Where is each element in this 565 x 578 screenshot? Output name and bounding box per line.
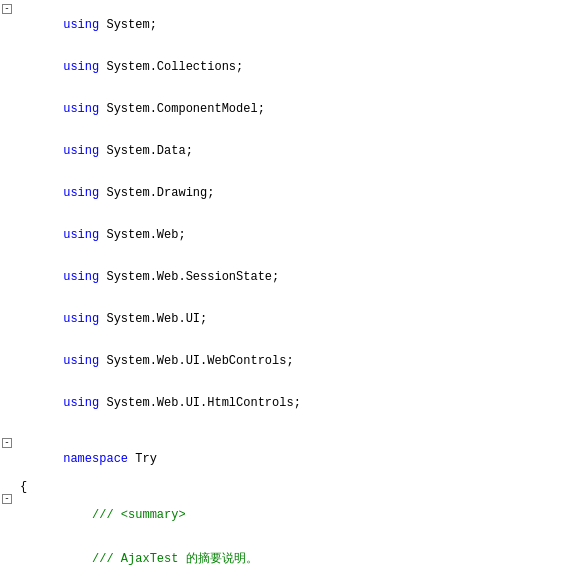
line-content-1: using System;: [18, 4, 563, 46]
line-summary-1: - /// <summary>: [0, 494, 565, 536]
collapse-namespace[interactable]: -: [2, 438, 12, 448]
comment-summary-open: /// <summary>: [92, 508, 186, 522]
keyword-using: using: [63, 18, 99, 32]
line-content-2: using System.Collections;: [18, 46, 563, 88]
line-blank-1: [0, 424, 565, 438]
line-namespace: - namespace Try: [0, 438, 565, 480]
keyword-using3: using: [63, 102, 99, 116]
line-content-6: using System.Web;: [18, 214, 563, 256]
line-9: using System.Web.UI.WebControls;: [0, 340, 565, 382]
line-content-namespace: namespace Try: [18, 438, 563, 480]
keyword-using9: using: [63, 354, 99, 368]
code-editor: - using System; using System.Collections…: [0, 0, 565, 578]
line-content-summary-1: /// <summary>: [18, 494, 563, 536]
keyword-using2: using: [63, 60, 99, 74]
line-5: using System.Drawing;: [0, 172, 565, 214]
keyword-using8: using: [63, 312, 99, 326]
comment-summary-text: /// AjaxTest 的摘要说明。: [92, 552, 258, 566]
line-3: using System.ComponentModel;: [0, 88, 565, 130]
gutter-namespace: -: [2, 438, 18, 448]
line-content-9: using System.Web.UI.WebControls;: [18, 340, 563, 382]
line-content-brace-open: {: [18, 480, 563, 494]
line-content-10: using System.Web.UI.HtmlControls;: [18, 382, 563, 424]
line-10: using System.Web.UI.HtmlControls;: [0, 382, 565, 424]
line-6: using System.Web;: [0, 214, 565, 256]
line-content-8: using System.Web.UI;: [18, 298, 563, 340]
keyword-using10: using: [63, 396, 99, 410]
collapse-using[interactable]: -: [2, 4, 12, 14]
line-content-blank-1: [18, 424, 563, 438]
line-4: using System.Data;: [0, 130, 565, 172]
gutter-1: -: [2, 4, 18, 14]
line-1: - using System;: [0, 4, 565, 46]
line-content-3: using System.ComponentModel;: [18, 88, 563, 130]
line-8: using System.Web.UI;: [0, 298, 565, 340]
line-2: using System.Collections;: [0, 46, 565, 88]
line-content-7: using System.Web.SessionState;: [18, 256, 563, 298]
collapse-summary[interactable]: -: [2, 494, 12, 504]
line-7: using System.Web.SessionState;: [0, 256, 565, 298]
gutter-summary-1: -: [2, 494, 18, 504]
keyword-using7: using: [63, 270, 99, 284]
line-content-summary-2: /// AjaxTest 的摘要说明。: [18, 536, 563, 578]
line-brace-open: {: [0, 480, 565, 494]
line-summary-2: /// AjaxTest 的摘要说明。: [0, 536, 565, 578]
keyword-using4: using: [63, 144, 99, 158]
line-content-5: using System.Drawing;: [18, 172, 563, 214]
line-content-4: using System.Data;: [18, 130, 563, 172]
keyword-using6: using: [63, 228, 99, 242]
keyword-namespace: namespace: [63, 452, 128, 466]
keyword-using5: using: [63, 186, 99, 200]
